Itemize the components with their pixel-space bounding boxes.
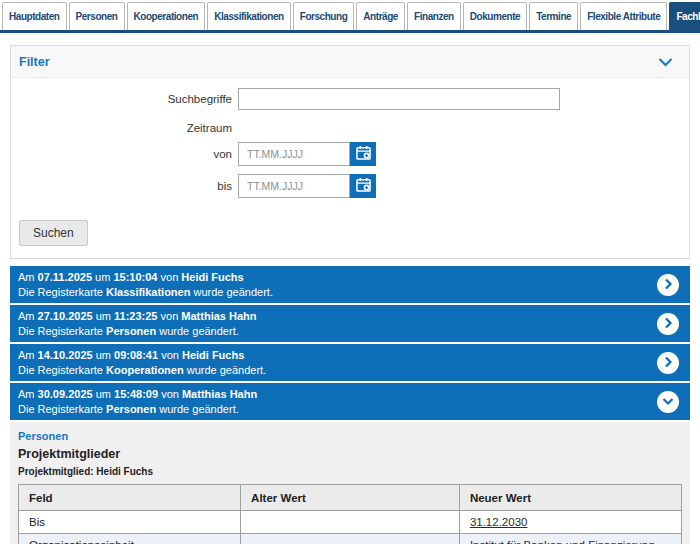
search-terms-label: Suchbegriffe — [11, 93, 238, 105]
detail-subsection-title: Projektmitglieder — [18, 447, 682, 461]
detail-section-title: Personen — [18, 430, 682, 442]
chevron-right-icon — [662, 354, 674, 372]
calendar-plus-icon — [356, 145, 371, 163]
col-header-alter-wert: Alter Wert — [241, 485, 460, 511]
date-from-label: von — [11, 148, 238, 160]
chevron-down-icon — [662, 393, 674, 411]
tab-bar: Hauptdaten Personen Kooperationen Klassi… — [0, 0, 700, 30]
log-entry-3[interactable]: Am 14.10.2025 um 09:08:41 von Heidi Fuch… — [10, 344, 690, 381]
tab-kooperationen[interactable]: Kooperationen — [127, 2, 206, 30]
col-header-neuer-wert: Neuer Wert — [459, 485, 681, 511]
changes-table: Feld Alter Wert Neuer Wert Bis 31.12.203… — [18, 484, 682, 544]
filter-body: Suchbegriffe Zeitraum von — [11, 78, 689, 258]
detail-record-label: Projektmitglied: Heidi Fuchs — [18, 466, 682, 477]
tab-finanzen[interactable]: Finanzen — [407, 2, 461, 30]
filter-panel: Filter Suchbegriffe Zeitraum von — [10, 45, 690, 259]
log-entry-1[interactable]: Am 07.11.2025 um 15:10:04 von Heidi Fuch… — [10, 266, 690, 303]
tab-forschung[interactable]: Forschung — [293, 2, 355, 30]
tab-personen[interactable]: Personen — [69, 2, 125, 30]
tab-termine[interactable]: Termine — [529, 2, 578, 30]
tab-hauptdaten[interactable]: Hauptdaten — [2, 2, 67, 30]
filter-header[interactable]: Filter — [11, 46, 689, 78]
date-from-input[interactable] — [238, 142, 350, 166]
search-terms-input[interactable] — [238, 88, 560, 110]
table-row: Organisationseinheit Institut für Banken… — [19, 534, 682, 544]
entry-timestamp: Am 30.09.2025 um 15:48:09 von Matthias H… — [18, 388, 646, 400]
main-content: Filter Suchbegriffe Zeitraum von — [0, 45, 700, 544]
period-label: Zeitraum — [11, 122, 238, 134]
field-name-cell: Organisationseinheit — [19, 534, 241, 544]
new-value-link[interactable]: Institut für Banken und Finanzierung — [470, 539, 655, 544]
date-to-label: bis — [11, 180, 238, 192]
entry-message: Die Registerkarte Kooperationen wurde ge… — [18, 364, 646, 376]
date-from-calendar-button[interactable] — [350, 142, 376, 166]
log-entries-list: Am 07.11.2025 um 15:10:04 von Heidi Fuch… — [10, 266, 690, 420]
chevron-down-icon[interactable] — [658, 53, 673, 71]
entry-timestamp: Am 27.10.2025 um 11:23:25 von Matthias H… — [18, 310, 646, 322]
filter-title: Filter — [19, 55, 50, 69]
log-entry-2[interactable]: Am 27.10.2025 um 11:23:25 von Matthias H… — [10, 305, 690, 342]
log-entry-4[interactable]: Am 30.09.2025 um 15:48:09 von Matthias H… — [10, 383, 690, 420]
tab-flexible-attribute[interactable]: Flexible Attribute — [580, 2, 667, 30]
entry-timestamp: Am 07.11.2025 um 15:10:04 von Heidi Fuch… — [18, 271, 646, 283]
date-to-calendar-button[interactable] — [350, 174, 376, 198]
tab-antraege[interactable]: Anträge — [356, 2, 405, 30]
field-name-cell: Bis — [19, 511, 241, 534]
table-row: Bis 31.12.2030 — [19, 511, 682, 534]
entry-message: Die Registerkarte Personen wurde geänder… — [18, 325, 646, 337]
tab-fachliche-protokollierung[interactable]: Fachliche Protokollierung — [669, 2, 700, 30]
old-value-cell — [241, 534, 460, 544]
new-value-cell: Institut für Banken und Finanzierung — [459, 534, 681, 544]
calendar-plus-icon — [356, 177, 371, 195]
chevron-right-icon — [662, 276, 674, 294]
tab-bar-underline — [0, 30, 700, 33]
chevron-right-icon — [662, 315, 674, 333]
new-value-link[interactable]: 31.12.2030 — [470, 516, 528, 528]
table-header-row: Feld Alter Wert Neuer Wert — [19, 485, 682, 511]
col-header-feld: Feld — [19, 485, 241, 511]
old-value-cell — [241, 511, 460, 534]
tab-klassifikationen[interactable]: Klassifikationen — [207, 2, 291, 30]
collapse-entry-button[interactable] — [657, 391, 679, 413]
expand-entry-button[interactable] — [657, 313, 679, 335]
entry-timestamp: Am 14.10.2025 um 09:08:41 von Heidi Fuch… — [18, 349, 646, 361]
expand-entry-button[interactable] — [657, 352, 679, 374]
entry-message: Die Registerkarte Klassifikationen wurde… — [18, 286, 646, 298]
date-to-input[interactable] — [238, 174, 350, 198]
new-value-cell: 31.12.2030 — [459, 511, 681, 534]
search-button[interactable]: Suchen — [19, 220, 88, 246]
entry-message: Die Registerkarte Personen wurde geänder… — [18, 403, 646, 415]
expand-entry-button[interactable] — [657, 274, 679, 296]
tab-dokumente[interactable]: Dokumente — [463, 2, 527, 30]
entry-detail-panel: Personen Projektmitglieder Projektmitgli… — [10, 422, 690, 544]
